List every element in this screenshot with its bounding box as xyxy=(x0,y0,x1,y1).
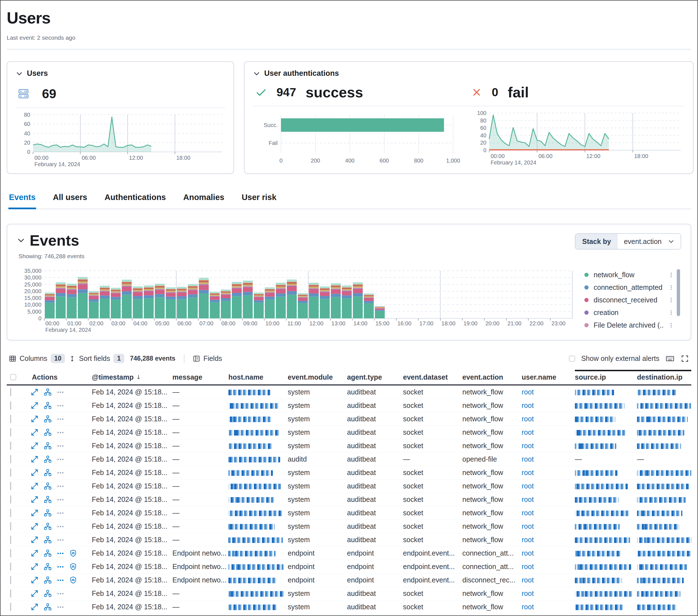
expand-event-icon[interactable] xyxy=(31,429,38,436)
legend-item[interactable]: disconnect_received xyxy=(584,294,674,306)
analyze-event-icon[interactable] xyxy=(44,563,52,570)
user-name-link[interactable]: root xyxy=(522,576,534,584)
more-actions-icon[interactable] xyxy=(57,456,64,463)
fullscreen-icon[interactable] xyxy=(681,355,689,363)
more-actions-icon[interactable] xyxy=(57,443,64,449)
col-user-name[interactable]: user.name xyxy=(522,370,575,384)
user-name-link[interactable]: root xyxy=(522,388,534,396)
analyze-event-icon[interactable] xyxy=(44,429,52,436)
legend-menu-icon[interactable] xyxy=(668,272,674,278)
row-checkbox[interactable] xyxy=(10,455,11,463)
user-name-link[interactable]: root xyxy=(522,562,534,570)
legend-scrollbar[interactable] xyxy=(677,269,680,316)
legend-item[interactable]: network_flow xyxy=(584,269,674,281)
col-destination-ip[interactable]: destination.ip xyxy=(637,370,691,384)
select-all-checkbox[interactable] xyxy=(10,374,16,380)
analyze-event-icon[interactable] xyxy=(44,576,52,584)
more-actions-icon[interactable] xyxy=(57,550,64,557)
row-checkbox[interactable] xyxy=(10,401,11,410)
user-name-link[interactable]: root xyxy=(522,415,534,423)
more-actions-icon[interactable] xyxy=(57,577,64,584)
col-message[interactable]: message xyxy=(172,370,228,384)
col-agent-type[interactable]: agent.type xyxy=(347,370,403,384)
more-actions-icon[interactable] xyxy=(57,523,64,530)
tab-all-users[interactable]: All users xyxy=(52,189,88,209)
more-actions-icon[interactable] xyxy=(57,536,64,543)
row-checkbox[interactable] xyxy=(10,415,11,423)
user-name-link[interactable]: root xyxy=(522,455,534,463)
expand-event-icon[interactable] xyxy=(31,469,38,476)
col-host-name[interactable]: host.name xyxy=(228,370,288,384)
external-alerts-checkbox[interactable] xyxy=(569,356,575,362)
events-collapse-chevron-icon[interactable] xyxy=(17,236,25,244)
expand-event-icon[interactable] xyxy=(31,522,38,530)
expand-event-icon[interactable] xyxy=(31,563,38,570)
expand-event-icon[interactable] xyxy=(31,576,38,584)
expand-event-icon[interactable] xyxy=(31,482,38,490)
legend-item[interactable]: creation xyxy=(584,306,674,319)
user-name-link[interactable]: root xyxy=(522,549,534,557)
row-checkbox[interactable] xyxy=(10,603,11,611)
user-name-link[interactable]: root xyxy=(522,536,534,544)
expand-event-icon[interactable] xyxy=(31,549,38,557)
more-actions-icon[interactable] xyxy=(57,402,64,409)
expand-event-icon[interactable] xyxy=(31,415,38,423)
keyboard-icon[interactable] xyxy=(666,354,674,363)
user-name-link[interactable]: root xyxy=(522,603,534,611)
columns-button[interactable]: Columns 10 xyxy=(9,354,65,363)
row-checkbox[interactable] xyxy=(10,469,11,477)
legend-menu-icon[interactable] xyxy=(668,310,674,316)
col-event-action[interactable]: event.action xyxy=(462,370,522,384)
user-name-link[interactable]: root xyxy=(522,509,534,517)
analyze-event-icon[interactable] xyxy=(44,496,52,503)
more-actions-icon[interactable] xyxy=(57,416,64,422)
row-checkbox[interactable] xyxy=(10,442,11,450)
expand-event-icon[interactable] xyxy=(31,496,38,503)
analyze-event-icon[interactable] xyxy=(44,603,52,611)
col-source-ip[interactable]: source.ip xyxy=(575,370,637,384)
expand-event-icon[interactable] xyxy=(31,402,38,409)
expand-event-icon[interactable] xyxy=(31,603,38,611)
row-checkbox[interactable] xyxy=(10,576,11,584)
analyze-event-icon[interactable] xyxy=(44,522,52,530)
user-name-link[interactable]: root xyxy=(522,522,534,530)
more-actions-icon[interactable] xyxy=(57,590,64,597)
more-actions-icon[interactable] xyxy=(57,429,64,436)
row-checkbox[interactable] xyxy=(10,562,11,571)
tab-user-risk[interactable]: User risk xyxy=(241,189,277,209)
analyze-event-icon[interactable] xyxy=(44,455,52,463)
auth-collapse-chevron-icon[interactable] xyxy=(253,70,260,77)
user-name-link[interactable]: root xyxy=(522,482,534,490)
more-actions-icon[interactable] xyxy=(57,510,64,516)
row-checkbox[interactable] xyxy=(10,589,11,598)
user-name-link[interactable]: root xyxy=(522,428,534,436)
row-checkbox[interactable] xyxy=(10,509,11,517)
col-event-dataset[interactable]: event.dataset xyxy=(403,370,462,384)
expand-event-icon[interactable] xyxy=(31,536,38,544)
analyze-event-icon[interactable] xyxy=(44,442,52,449)
legend-menu-icon[interactable] xyxy=(668,322,674,328)
stack-by-select[interactable]: event.action xyxy=(618,234,681,249)
more-actions-icon[interactable] xyxy=(57,496,64,503)
sort-fields-button[interactable]: Sort fields 1 xyxy=(69,354,124,363)
tab-authentications[interactable]: Authentications xyxy=(104,189,167,209)
analyze-event-icon[interactable] xyxy=(44,469,52,476)
user-name-link[interactable]: root xyxy=(522,442,534,449)
users-collapse-chevron-icon[interactable] xyxy=(16,70,23,77)
row-checkbox[interactable] xyxy=(10,536,11,544)
analyze-event-icon[interactable] xyxy=(44,402,52,409)
analyze-event-icon[interactable] xyxy=(44,509,52,517)
legend-item[interactable]: File Delete archived (... xyxy=(584,319,674,331)
user-name-link[interactable]: root xyxy=(522,469,534,476)
analyze-event-icon[interactable] xyxy=(44,415,52,423)
more-actions-icon[interactable] xyxy=(57,563,64,570)
col-timestamp[interactable]: @timestamp xyxy=(92,370,172,384)
more-actions-icon[interactable] xyxy=(57,483,64,489)
legend-item[interactable]: connection_attempted xyxy=(584,281,674,294)
user-name-link[interactable]: root xyxy=(522,589,534,597)
analyze-event-icon[interactable] xyxy=(44,549,52,557)
legend-menu-icon[interactable] xyxy=(668,285,674,291)
fields-button[interactable]: Fields xyxy=(193,355,222,362)
more-actions-icon[interactable] xyxy=(57,604,64,611)
analyze-event-icon[interactable] xyxy=(44,536,52,544)
